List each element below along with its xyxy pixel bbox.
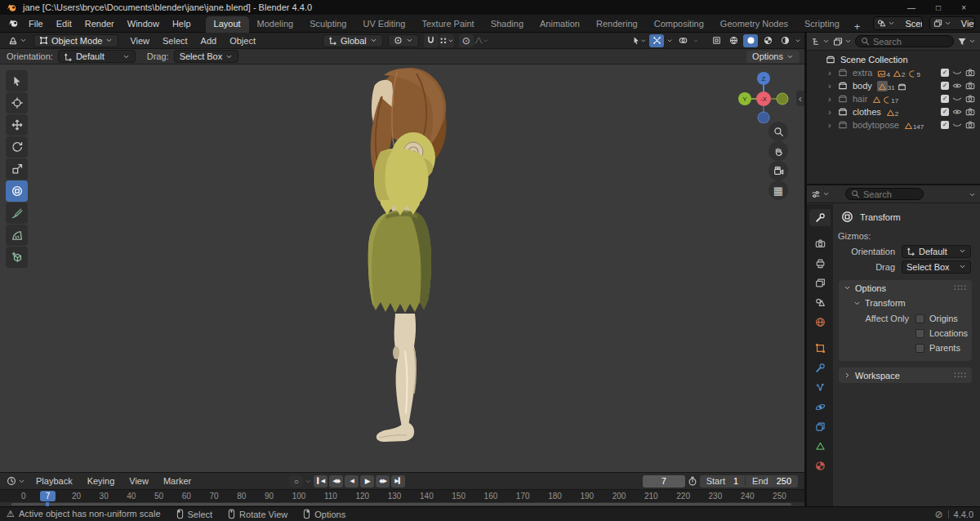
pivot-dropdown[interactable] (388, 34, 419, 47)
tab-output[interactable] (809, 255, 831, 272)
xray-toggle[interactable] (709, 34, 724, 47)
end-frame-field[interactable]: End250 (745, 476, 798, 486)
eye-open-icon[interactable] (952, 81, 962, 91)
current-frame-field[interactable]: 7 (643, 475, 685, 488)
viewport-menu-item[interactable]: Object (223, 34, 262, 47)
camera-visibility-icon[interactable] (965, 81, 975, 91)
eye-closed-icon[interactable] (952, 120, 962, 130)
network-offline-icon[interactable] (934, 509, 942, 520)
orientation-setting-dropdown[interactable]: Default (58, 50, 136, 63)
navigation-gizmo[interactable]: Z Y -X (737, 71, 790, 123)
mode-dropdown[interactable]: Object Mode (33, 34, 118, 47)
tool-annotate[interactable] (6, 203, 28, 224)
expand-icon[interactable] (828, 120, 835, 130)
tool-add-cube[interactable] (6, 247, 28, 268)
tool-measure[interactable] (6, 225, 28, 246)
chevron-down-icon[interactable] (969, 191, 976, 198)
expand-icon[interactable] (828, 81, 835, 91)
next-keyframe-button[interactable]: ◆▶ (376, 475, 390, 488)
eye-open-icon[interactable] (952, 107, 962, 117)
maximize-button[interactable]: □ (929, 3, 948, 12)
exclude-checkbox[interactable] (941, 69, 949, 77)
tab-object-data[interactable] (809, 438, 831, 455)
selectability-dropdown[interactable] (632, 34, 647, 47)
outliner-row-body[interactable]: body 31 (807, 79, 980, 92)
expand-icon[interactable] (828, 94, 835, 104)
properties-search-input[interactable] (863, 189, 912, 199)
locations-checkbox[interactable] (915, 329, 924, 338)
camera-visibility-icon[interactable] (965, 120, 975, 130)
falloff-dropdown[interactable] (474, 34, 489, 47)
tool-select-box[interactable] (6, 70, 28, 91)
workspace-tab[interactable]: Modeling (249, 16, 302, 33)
tool-scale[interactable] (6, 158, 28, 180)
menu-item[interactable]: Render (78, 17, 121, 30)
outliner-filter-button[interactable] (957, 37, 976, 47)
tool-move[interactable] (6, 114, 28, 136)
chevron-down-icon[interactable] (305, 478, 312, 485)
options-panel-header[interactable]: Options (839, 280, 972, 296)
auto-keying-toggle[interactable] (289, 475, 303, 488)
start-frame-field[interactable]: Start1 (700, 476, 745, 486)
chevron-down-icon[interactable] (795, 38, 801, 44)
exclude-checkbox[interactable] (941, 95, 949, 103)
orientation-dropdown[interactable]: Global (323, 34, 383, 47)
jump-to-start-button[interactable]: ▍◀ (314, 475, 327, 488)
shading-material-button[interactable] (760, 34, 775, 47)
prev-keyframe-button[interactable]: ◀◆ (329, 475, 343, 488)
play-reverse-button[interactable]: ◀ (345, 475, 359, 488)
workspace-tab[interactable]: Geometry Nodes (712, 16, 796, 33)
ortho-toggle-button[interactable] (768, 180, 788, 200)
scene-browse-button[interactable] (874, 17, 898, 29)
viewport-menu-item[interactable]: View (123, 34, 156, 47)
drag-prop-dropdown[interactable]: Select Box (902, 260, 971, 274)
sidebar-toggle[interactable]: ‹ (796, 91, 804, 106)
shading-wireframe-button[interactable] (726, 34, 741, 47)
workspace-panel-header[interactable]: Workspace (839, 367, 972, 383)
timeline-menu-item[interactable]: Marker (157, 474, 198, 488)
show-overlays-toggle[interactable] (675, 34, 690, 47)
exclude-checkbox[interactable] (941, 82, 949, 90)
pan-view-button[interactable] (768, 141, 788, 161)
timeline-ruler[interactable]: 0102030405060708090100110120130140150160… (0, 489, 804, 502)
chevron-down-icon[interactable] (693, 38, 699, 44)
parents-checkbox[interactable] (915, 344, 924, 353)
add-workspace-button[interactable]: + (848, 20, 867, 33)
orientation-prop-dropdown[interactable]: Default (902, 245, 971, 258)
tab-modifiers[interactable] (809, 359, 831, 376)
camera-visibility-icon[interactable] (965, 94, 975, 104)
tab-scene[interactable] (809, 294, 831, 311)
expand-icon[interactable] (828, 107, 835, 117)
timeline-menu-item[interactable]: Playback (29, 474, 79, 488)
camera-visibility-icon[interactable] (965, 68, 975, 78)
editor-type-button[interactable] (5, 36, 30, 46)
exclude-checkbox[interactable] (941, 121, 949, 129)
minimize-button[interactable]: — (900, 3, 923, 12)
workspace-tab[interactable]: Sculpting (301, 16, 354, 33)
panel-grip-icon[interactable] (954, 370, 967, 381)
camera-view-button[interactable] (768, 161, 788, 180)
workspace-tab[interactable]: Animation (532, 16, 588, 33)
workspace-tab[interactable]: Layout (206, 16, 249, 33)
playhead[interactable]: 7 (40, 491, 56, 501)
workspace-tab[interactable]: Rendering (588, 16, 646, 33)
tab-render[interactable] (809, 235, 831, 252)
tool-transform[interactable] (6, 180, 28, 202)
tab-physics[interactable] (809, 399, 831, 416)
tab-constraints[interactable] (809, 418, 831, 435)
menu-item[interactable]: File (22, 17, 50, 30)
viewport-canvas[interactable]: Z Y -X ‹ (0, 65, 804, 472)
camera-visibility-icon[interactable] (965, 107, 975, 117)
drag-setting-dropdown[interactable]: Select Box (174, 50, 239, 63)
snap-settings-dropdown[interactable] (439, 34, 454, 47)
viewlayer-name[interactable]: ViewLayer (955, 19, 975, 29)
outliner-row-bodytopose[interactable]: bodytopose 147 (807, 118, 980, 131)
timeline-menu-item[interactable]: Keying (81, 474, 122, 488)
scene-name[interactable]: Scene (898, 19, 922, 29)
workspace-tab[interactable]: Compositing (646, 16, 712, 33)
timeline-editor-type-button[interactable] (4, 476, 28, 486)
proportional-edit-toggle[interactable] (459, 34, 474, 47)
eye-closed-icon[interactable] (952, 94, 962, 104)
outliner-search[interactable] (855, 35, 954, 47)
eye-closed-icon[interactable] (952, 68, 962, 78)
